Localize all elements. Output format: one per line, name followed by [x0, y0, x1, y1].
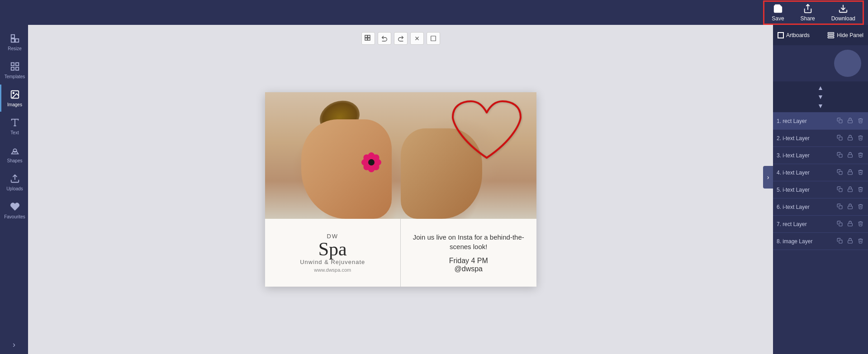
layer-copy-button[interactable]: [836, 117, 844, 126]
layer-name: 8. image Layer: [777, 238, 836, 245]
svg-rect-18: [365, 38, 367, 40]
sidebar-item-shapes[interactable]: Shapes: [0, 141, 28, 168]
layer-name: 6. i-text Layer: [777, 204, 836, 210]
layer-lock-button[interactable]: [846, 151, 854, 160]
sidebar-item-resize[interactable]: Resize: [0, 28, 28, 56]
svg-rect-31: [848, 154, 853, 157]
layer-delete-button[interactable]: [857, 117, 864, 126]
svg-rect-34: [839, 188, 842, 191]
download-icon: [838, 4, 848, 14]
svg-rect-29: [848, 137, 853, 140]
text-icon: [9, 117, 20, 128]
svg-rect-35: [848, 189, 853, 191]
layer-delete-button[interactable]: [857, 151, 864, 160]
layer-delete-button[interactable]: [857, 220, 864, 229]
download-label: Download: [831, 15, 855, 22]
undo-button[interactable]: [378, 32, 391, 45]
layer-delete-button[interactable]: [857, 185, 864, 194]
scroll-down-arrow-1[interactable]: ▼: [773, 92, 868, 101]
layer-lock-button[interactable]: [846, 117, 854, 126]
layer-lock-button[interactable]: [846, 185, 854, 194]
layer-item[interactable]: 1. rect Layer: [773, 113, 868, 130]
close-button[interactable]: [410, 32, 424, 45]
heart-icon: [9, 201, 20, 212]
layer-lock-button[interactable]: [846, 220, 854, 229]
scroll-down-arrow-2[interactable]: ▼: [773, 101, 868, 110]
layer-copy-button[interactable]: [836, 237, 844, 246]
sidebar-item-templates[interactable]: Templates: [0, 57, 28, 84]
layer-item[interactable]: 2. i-text Layer: [773, 130, 868, 147]
layer-lock-button[interactable]: [846, 168, 854, 177]
svg-rect-6: [11, 63, 14, 66]
sidebar-expand-button[interactable]: ›: [8, 335, 20, 354]
avatar-area: [773, 45, 868, 81]
layer-copy-button[interactable]: [836, 203, 844, 212]
sidebar-item-label: Shapes: [7, 158, 23, 163]
svg-rect-8: [11, 67, 14, 70]
share-button[interactable]: Share: [792, 1, 823, 24]
svg-rect-27: [848, 120, 853, 123]
svg-rect-24: [828, 34, 834, 36]
save-button[interactable]: Save: [764, 1, 792, 24]
svg-rect-26: [839, 119, 842, 123]
svg-rect-32: [839, 171, 842, 174]
svg-rect-30: [839, 154, 842, 157]
layer-item[interactable]: 4. i-text Layer: [773, 164, 868, 181]
design-card-photo: [265, 92, 536, 219]
layer-delete-button[interactable]: [857, 203, 864, 212]
artboards-button[interactable]: Artboards: [778, 32, 810, 38]
save-share-download-group: Save Share Download: [764, 1, 863, 24]
layer-delete-button[interactable]: [857, 168, 864, 177]
layer-name: 4. i-text Layer: [777, 170, 836, 176]
dw-url: www.dwspa.com: [314, 267, 351, 273]
download-button[interactable]: Download: [823, 1, 863, 24]
layer-copy-button[interactable]: [836, 134, 844, 143]
svg-rect-36: [839, 205, 842, 208]
layer-copy-button[interactable]: [836, 185, 844, 194]
layer-item[interactable]: 6. i-text Layer: [773, 198, 868, 216]
svg-rect-33: [848, 171, 853, 174]
hide-panel-button[interactable]: Hide Panel: [827, 32, 863, 39]
layer-delete-button[interactable]: [857, 237, 864, 246]
dw-join-text: Join us live on Insta for a behind-the-s…: [405, 232, 532, 251]
layers-icon: [827, 32, 835, 39]
redo-button[interactable]: [394, 32, 408, 45]
layer-item[interactable]: 7. rect Layer: [773, 216, 868, 233]
layer-lock-button[interactable]: [846, 134, 854, 143]
sidebar-item-text[interactable]: Text: [0, 113, 28, 140]
layer-copy-button[interactable]: [836, 151, 844, 160]
layer-name: 2. i-text Layer: [777, 135, 836, 142]
svg-rect-38: [839, 222, 842, 226]
layer-name: 7. rect Layer: [777, 221, 836, 227]
scroll-up-button[interactable]: ▲: [773, 83, 868, 92]
sidebar-item-uploads[interactable]: Uploads: [0, 169, 28, 196]
dw-event-time: Friday 4 PM: [449, 257, 488, 265]
avatar: [834, 50, 861, 77]
expand-button[interactable]: [427, 32, 440, 45]
layer-lock-button[interactable]: [846, 237, 854, 246]
layer-item[interactable]: 5. i-text Layer: [773, 181, 868, 198]
svg-rect-23: [828, 33, 834, 34]
sidebar-item-favourites[interactable]: Favourites: [0, 197, 28, 224]
design-card[interactable]: DW Spa Unwind & Rejuvenate www.dwspa.com…: [265, 92, 536, 287]
layer-delete-button[interactable]: [857, 134, 864, 143]
sidebar-item-images[interactable]: Images: [0, 85, 28, 112]
svg-rect-7: [15, 63, 18, 66]
design-card-bottom: DW Spa Unwind & Rejuvenate www.dwspa.com…: [265, 219, 536, 287]
svg-rect-16: [365, 35, 367, 38]
svg-rect-19: [368, 38, 370, 40]
design-canvas: DW Spa Unwind & Rejuvenate www.dwspa.com…: [28, 25, 773, 354]
sidebar-item-label: Favourites: [4, 214, 25, 219]
grid-button[interactable]: [361, 32, 375, 45]
layer-copy-button[interactable]: [836, 220, 844, 229]
heart-drawing: [451, 99, 523, 167]
layer-item[interactable]: 8. image Layer: [773, 233, 868, 250]
shapes-icon: [9, 145, 20, 156]
layer-item[interactable]: 3. i-text Layer: [773, 147, 868, 164]
svg-rect-40: [839, 240, 842, 243]
layer-lock-button[interactable]: [846, 203, 854, 212]
right-panel-collapse-button[interactable]: ›: [763, 166, 773, 189]
layer-name: 3. i-text Layer: [777, 152, 836, 159]
dw-handle: @dwspa: [455, 265, 483, 273]
layer-copy-button[interactable]: [836, 168, 844, 177]
